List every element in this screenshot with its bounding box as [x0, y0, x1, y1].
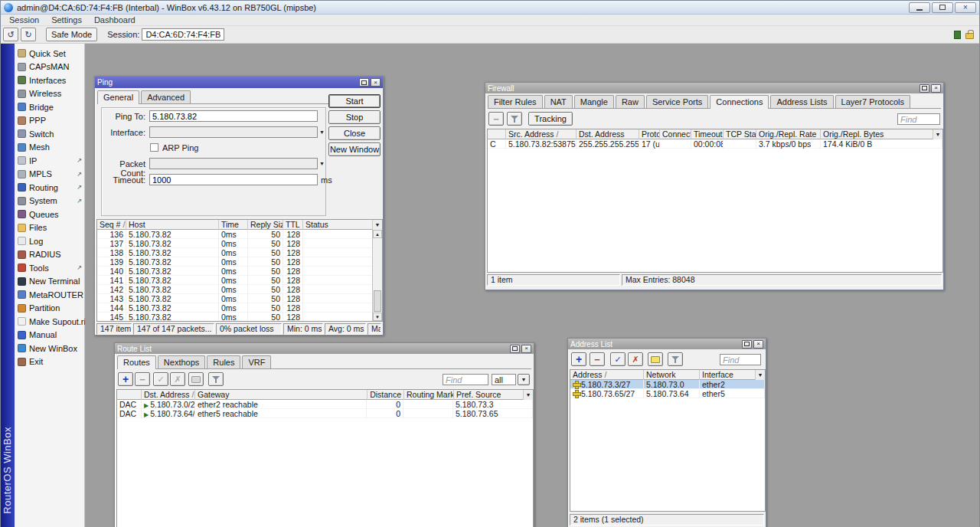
- col-timeout[interactable]: Timeout: [691, 129, 724, 139]
- sidebar-item-exit[interactable]: Exit: [15, 355, 84, 369]
- sidebar-item-queues[interactable]: Queues: [15, 208, 84, 221]
- arp-ping-checkbox[interactable]: [150, 143, 158, 152]
- timeout-input[interactable]: [149, 174, 318, 185]
- sidebar-item-routing[interactable]: Routing↗: [15, 181, 84, 195]
- col-flags[interactable]: [488, 129, 506, 139]
- sidebar-item-metarouter[interactable]: MetaROUTER: [15, 288, 84, 302]
- firewall-close-button[interactable]: ×: [931, 84, 941, 93]
- disable-button[interactable]: ✗: [170, 372, 185, 386]
- tab-layer7-protocols[interactable]: Layer7 Protocols: [835, 95, 911, 108]
- col-ttl[interactable]: TTL: [283, 220, 303, 230]
- maximize-button[interactable]: [932, 2, 953, 13]
- remove-button[interactable]: −: [590, 352, 605, 366]
- col-distance[interactable]: Distance: [368, 390, 404, 400]
- ping-maximize-button[interactable]: [359, 78, 369, 87]
- firewall-maximize-button[interactable]: [920, 84, 929, 93]
- sidebar-item-wireless[interactable]: Wireless: [15, 87, 84, 101]
- menu-session[interactable]: Session: [4, 15, 44, 25]
- sidebar-item-new-terminal[interactable]: New Terminal: [15, 275, 84, 289]
- sidebar-item-log[interactable]: Log: [15, 234, 84, 248]
- filter-button[interactable]: [208, 372, 224, 386]
- table-row[interactable]: 5.180.73.65/27 5.180.73.64 ether5: [570, 389, 765, 398]
- col-bytes[interactable]: Orig./Repl. Bytes: [821, 129, 933, 139]
- add-button[interactable]: +: [571, 352, 586, 366]
- address-find-input[interactable]: [720, 354, 761, 365]
- col-host[interactable]: Host: [126, 220, 219, 230]
- ping-titlebar[interactable]: Ping ×: [95, 77, 383, 88]
- filter-button[interactable]: [507, 112, 522, 126]
- packet-count-select[interactable]: [149, 158, 318, 169]
- tab-raw[interactable]: Raw: [616, 95, 645, 108]
- sidebar-item-switch[interactable]: Switch: [15, 127, 84, 141]
- sidebar-item-tools[interactable]: Tools↗: [15, 261, 84, 275]
- minimize-button[interactable]: [909, 2, 930, 13]
- col-network[interactable]: Network: [644, 370, 700, 380]
- safe-mode-button[interactable]: Safe Mode: [46, 28, 97, 41]
- tab-routes[interactable]: Routes: [117, 355, 156, 369]
- column-select-button[interactable]: ▼: [933, 129, 942, 139]
- route-filter-select[interactable]: all: [492, 374, 516, 385]
- close-window-button[interactable]: Close: [328, 126, 381, 140]
- tab-nat[interactable]: NAT: [544, 95, 573, 108]
- disable-button[interactable]: ✗: [628, 352, 643, 366]
- sidebar-item-ip[interactable]: IP↗: [15, 154, 84, 168]
- interface-dropdown-arrow-icon[interactable]: ▼: [319, 129, 325, 135]
- column-select-button[interactable]: ▼: [523, 390, 533, 400]
- interface-select[interactable]: [149, 126, 318, 138]
- table-row[interactable]: 1405.180.73.820ms50128: [97, 267, 382, 276]
- add-button[interactable]: +: [118, 372, 133, 386]
- enable-button[interactable]: ✓: [153, 372, 168, 386]
- sidebar-item-bridge[interactable]: Bridge: [15, 100, 84, 114]
- col-dst-address[interactable]: Dst. Address/: [142, 390, 195, 400]
- table-row[interactable]: 1375.180.73.820ms50128: [97, 239, 382, 248]
- col-flags[interactable]: [117, 390, 142, 400]
- col-tcp-state[interactable]: TCP State: [724, 129, 756, 139]
- undo-button[interactable]: ↺: [3, 28, 18, 41]
- sidebar-item-mesh[interactable]: Mesh: [15, 141, 84, 155]
- sidebar-item-radius[interactable]: RADIUS: [15, 248, 84, 262]
- route-find-input[interactable]: [443, 374, 488, 385]
- table-row[interactable]: C 5.180.73.82:53875 255.255.255.255:20..…: [488, 139, 942, 149]
- table-row[interactable]: 1385.180.73.820ms50128: [97, 248, 382, 257]
- column-select-button[interactable]: ▼: [755, 370, 765, 380]
- col-seq[interactable]: Seq #/: [97, 220, 126, 230]
- table-row[interactable]: 1445.180.73.820ms50128: [97, 303, 382, 313]
- sidebar-item-ppp[interactable]: PPP: [15, 114, 84, 128]
- sidebar-item-files[interactable]: Files: [15, 221, 84, 235]
- table-row[interactable]: 1395.180.73.820ms50128: [97, 257, 382, 267]
- table-row-selected[interactable]: 5.180.73.3/27 5.180.73.0 ether2: [570, 380, 765, 389]
- sidebar-item-quick-set[interactable]: Quick Set: [15, 47, 84, 61]
- col-dst-address[interactable]: Dst. Address: [577, 129, 639, 139]
- sidebar-item-mpls[interactable]: MPLS↗: [15, 168, 84, 182]
- table-row[interactable]: 1365.180.73.820ms50128: [97, 230, 382, 239]
- col-address[interactable]: Address/: [570, 370, 644, 380]
- tab-vrf[interactable]: VRF: [242, 355, 271, 368]
- address-list-titlebar[interactable]: Address List ×: [568, 339, 766, 349]
- column-select-button[interactable]: ▼: [372, 220, 382, 230]
- comment-button[interactable]: [648, 352, 663, 366]
- tab-mangle[interactable]: Mangle: [574, 95, 614, 108]
- session-field[interactable]: D4:CA:6D:74:F4:FB: [142, 28, 224, 41]
- col-routing-mark[interactable]: Routing Mark: [404, 390, 454, 400]
- remove-button[interactable]: −: [135, 372, 150, 386]
- scroll-up-icon[interactable]: ▲: [373, 230, 382, 238]
- col-gateway[interactable]: Gateway: [195, 390, 368, 400]
- col-status[interactable]: Status: [303, 220, 372, 230]
- new-window-button[interactable]: New Window: [328, 142, 381, 156]
- firewall-find-input[interactable]: [897, 113, 940, 125]
- tab-advanced[interactable]: Advanced: [141, 90, 191, 103]
- menu-dashboard[interactable]: Dashboard: [89, 15, 141, 25]
- col-rate[interactable]: Orig./Repl. Rate: [756, 129, 821, 139]
- col-pref-source[interactable]: Pref. Source: [454, 390, 523, 400]
- col-connection[interactable]: Connecti...: [660, 129, 691, 139]
- tab-service-ports[interactable]: Service Ports: [646, 95, 708, 108]
- tab-general[interactable]: General: [97, 90, 139, 104]
- col-reply-size[interactable]: Reply Size: [248, 220, 283, 230]
- table-row[interactable]: 1415.180.73.820ms50128: [97, 276, 382, 285]
- sidebar-item-partition[interactable]: Partition: [15, 302, 84, 316]
- tab-rules[interactable]: Rules: [207, 355, 240, 368]
- remove-button[interactable]: −: [488, 112, 504, 126]
- scrollbar-thumb[interactable]: [374, 290, 381, 312]
- ping-close-button[interactable]: ×: [371, 78, 381, 87]
- redo-button[interactable]: ↻: [21, 28, 36, 41]
